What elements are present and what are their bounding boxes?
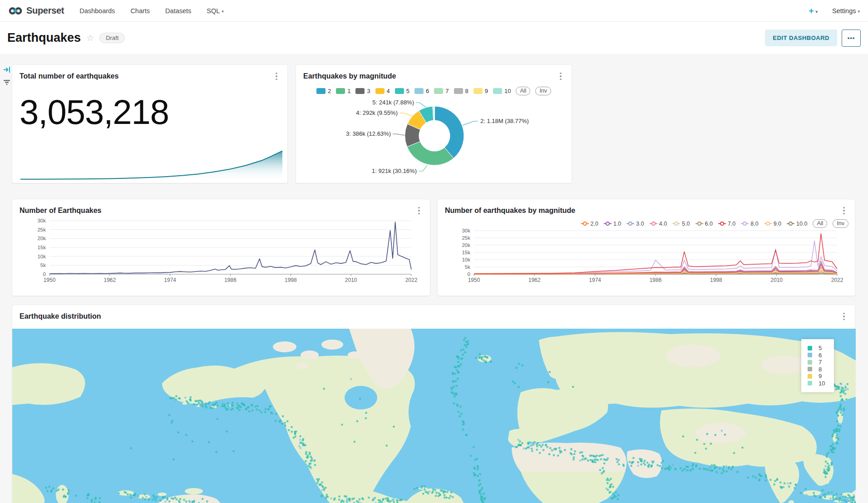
svg-text:1: 921k (30.16%): 1: 921k (30.16%) xyxy=(372,168,417,174)
card-number-of-earthquakes: Number of Earthquakes 05k10k15k20k25k30k… xyxy=(12,199,430,296)
svg-text:30k: 30k xyxy=(37,218,46,223)
multi-line-chart[interactable]: 05k10k15k20k25k30k1950196219741986199820… xyxy=(438,199,856,296)
svg-text:1974: 1974 xyxy=(589,277,601,283)
chevron-down-icon: ▾ xyxy=(222,9,224,14)
svg-text:20k: 20k xyxy=(37,236,46,241)
superset-infinity-icon xyxy=(8,6,23,15)
superset-logo[interactable]: Superset xyxy=(8,5,64,16)
card-earthquakes-by-magnitude: Earthquakes by magnitude 21345678910AllI… xyxy=(296,64,572,183)
svg-text:4: 292k (9.55%): 4: 292k (9.55%) xyxy=(356,109,398,116)
svg-text:1962: 1962 xyxy=(528,277,541,283)
map-legend-item-7: 7 xyxy=(808,359,834,366)
filter-icon[interactable] xyxy=(3,79,10,87)
new-item-button[interactable]: +▾ xyxy=(809,6,818,16)
card-total-earthquakes: Total number of earthquakes 3,053,218 xyxy=(12,64,288,183)
svg-text:20k: 20k xyxy=(462,242,470,248)
settings-menu[interactable]: Settings▾ xyxy=(832,7,860,15)
chevron-down-icon: ▾ xyxy=(816,10,818,14)
svg-text:10k: 10k xyxy=(462,257,470,262)
map-legend: 5678910 xyxy=(801,339,834,392)
svg-text:2: 1.18M (38.77%): 2: 1.18M (38.77%) xyxy=(480,118,529,124)
svg-text:25k: 25k xyxy=(37,227,46,232)
svg-text:5k: 5k xyxy=(465,264,470,270)
svg-text:30k: 30k xyxy=(462,228,470,233)
nav-items: DashboardsChartsDatasetsSQL▾ xyxy=(79,7,224,15)
sparkline-chart[interactable] xyxy=(12,65,288,184)
nav-item-datasets[interactable]: Datasets xyxy=(165,7,191,15)
nav-item-sql[interactable]: SQL▾ xyxy=(207,7,224,15)
svg-text:2010: 2010 xyxy=(345,277,357,283)
svg-text:15k: 15k xyxy=(37,245,46,250)
svg-text:0: 0 xyxy=(468,271,470,277)
chevron-down-icon: ▾ xyxy=(858,9,860,14)
card-title: Earthquake distribution xyxy=(20,312,101,321)
svg-text:1986: 1986 xyxy=(650,277,662,283)
svg-text:1998: 1998 xyxy=(710,277,722,283)
svg-text:1974: 1974 xyxy=(164,277,176,283)
svg-text:3: 386k (12.63%): 3: 386k (12.63%) xyxy=(346,130,391,137)
svg-text:5: 241k (7.88%): 5: 241k (7.88%) xyxy=(372,99,414,106)
svg-text:25k: 25k xyxy=(462,235,470,241)
world-map[interactable] xyxy=(12,329,856,503)
svg-text:1962: 1962 xyxy=(104,277,116,283)
svg-text:2022: 2022 xyxy=(405,277,418,283)
top-navbar: Superset DashboardsChartsDatasetsSQL▾ +▾… xyxy=(0,0,868,22)
nav-item-dashboards[interactable]: Dashboards xyxy=(79,7,115,15)
svg-text:2022: 2022 xyxy=(831,277,843,283)
brand-name: Superset xyxy=(26,5,64,16)
svg-text:1998: 1998 xyxy=(285,277,297,283)
svg-text:1950: 1950 xyxy=(44,277,56,283)
donut-chart[interactable]: 2: 1.18M (38.77%)1: 921k (30.16%)3: 386k… xyxy=(296,65,572,184)
favorite-star-icon[interactable]: ☆ xyxy=(86,33,94,43)
expand-filter-bar-icon[interactable] xyxy=(3,66,11,75)
map-legend-item-10: 10 xyxy=(808,380,834,387)
card-earthquakes-by-magnitude-timeseries: Number of earthquakes by magnitude 2.01.… xyxy=(437,199,855,296)
dashboard-header: Earthquakes ☆ Draft EDIT DASHBOARD ••• xyxy=(0,22,868,54)
line-chart[interactable]: 05k10k15k20k25k30k1950196219741986199820… xyxy=(12,199,431,296)
card-earthquake-distribution: Earthquake distribution 5678910 xyxy=(12,305,855,503)
map-legend-item-6: 6 xyxy=(808,352,834,359)
map-legend-item-9: 9 xyxy=(808,373,834,380)
map-legend-item-5: 5 xyxy=(808,345,834,352)
nav-item-charts[interactable]: Charts xyxy=(130,7,150,15)
page-title: Earthquakes xyxy=(7,31,81,45)
svg-text:15k: 15k xyxy=(462,250,470,255)
edit-dashboard-button[interactable]: EDIT DASHBOARD xyxy=(765,30,837,46)
draft-badge: Draft xyxy=(99,33,125,43)
svg-text:0: 0 xyxy=(43,271,46,277)
svg-text:5k: 5k xyxy=(40,262,46,268)
svg-text:10k: 10k xyxy=(37,254,46,259)
chart-options-kebab[interactable] xyxy=(840,312,848,321)
svg-text:1950: 1950 xyxy=(468,277,480,283)
svg-text:1986: 1986 xyxy=(224,277,237,283)
dashboard-actions-menu-button[interactable]: ••• xyxy=(842,30,861,47)
map-legend-item-8: 8 xyxy=(808,366,834,373)
svg-text:2010: 2010 xyxy=(770,277,783,283)
